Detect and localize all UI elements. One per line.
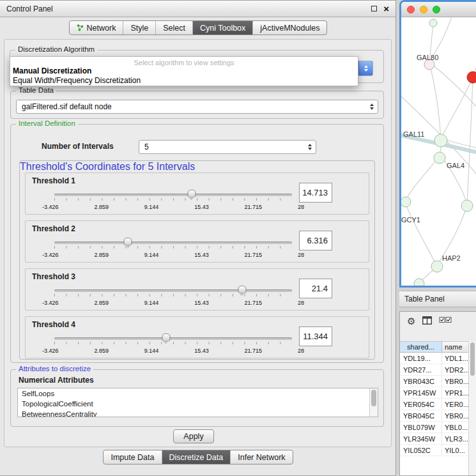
attributes-scrollbar[interactable] xyxy=(369,388,378,417)
combo-value: 5 xyxy=(144,142,149,151)
cell-shared-name[interactable]: YBL079W xyxy=(400,422,442,433)
threshold-label: Threshold 4 xyxy=(32,320,75,329)
threshold-slider[interactable] xyxy=(54,237,292,251)
network-node[interactable] xyxy=(461,200,473,211)
traffic-light-minimize-icon[interactable] xyxy=(420,6,427,13)
scale-tick-label: 9.144 xyxy=(144,300,159,306)
scrollbar-thumb[interactable] xyxy=(470,342,475,376)
tab-style[interactable]: Style xyxy=(123,21,155,35)
attributes-list[interactable]: SelfLoops TopologicalCoefficient Between… xyxy=(17,388,378,417)
table-row[interactable]: YBL079WYBL0... xyxy=(400,422,468,433)
table-row[interactable]: YIL052CYIL0... xyxy=(400,445,468,456)
tab-select[interactable]: Select xyxy=(155,21,192,35)
cell-name[interactable]: YER0... xyxy=(442,399,468,410)
cell-name[interactable]: YBR0... xyxy=(442,410,468,421)
cell-shared-name[interactable]: YIL052C xyxy=(400,445,442,456)
tab-cyni-toolbox[interactable]: Cyni Toolbox xyxy=(192,21,252,35)
threshold-slider[interactable] xyxy=(54,285,292,299)
cell-shared-name[interactable]: YDL19... xyxy=(400,353,442,364)
cell-name[interactable]: YDR2... xyxy=(442,364,468,375)
cell-shared-name[interactable]: YBR043C xyxy=(400,376,442,387)
table-row[interactable]: YER054CYER0... xyxy=(400,399,468,410)
network-canvas[interactable]: GAL80 GAL11 GAL4 GCY1 HAP2 xyxy=(401,17,476,286)
network-node[interactable] xyxy=(429,19,437,27)
table-row[interactable]: YLR345WYLR3... xyxy=(400,433,468,445)
scale-tick-label: 9.144 xyxy=(144,204,159,210)
slider-ticks xyxy=(54,198,292,201)
list-item[interactable]: TopologicalCoefficient xyxy=(18,399,378,409)
table-body: YDL19...YDL1... YDR27...YDR2... YBR043CY… xyxy=(400,353,468,475)
cell-shared-name[interactable]: YDR27... xyxy=(400,364,442,375)
list-item[interactable]: SelfLoops xyxy=(18,388,378,399)
network-node[interactable] xyxy=(401,197,411,207)
scrollbar-thumb[interactable] xyxy=(371,390,376,406)
dropdown-option-manual[interactable]: Manual Discretization xyxy=(10,66,358,76)
network-node[interactable] xyxy=(431,261,443,272)
tab-jactivemnodules[interactable]: jActiveMNodules xyxy=(252,21,326,35)
slider-scale: -3.4262.8599.14415.4321.71528 xyxy=(42,252,304,258)
slider-handle[interactable] xyxy=(187,190,196,197)
combo-stepper-icon[interactable] xyxy=(358,61,373,76)
cell-name[interactable]: YLR3... xyxy=(442,433,468,444)
select-columns-checkboxes-icon[interactable] xyxy=(439,316,452,324)
table-row[interactable]: YBR045CYBR0... xyxy=(400,410,468,422)
table-data-combo[interactable]: galFiltered.sif default node xyxy=(16,100,378,114)
network-node-selected[interactable] xyxy=(467,72,476,83)
threshold-value-field[interactable]: 11.344 xyxy=(299,326,332,346)
network-window-titlebar[interactable] xyxy=(401,2,476,17)
float-window-icon[interactable] xyxy=(371,6,377,12)
cell-shared-name[interactable]: YER054C xyxy=(400,399,442,410)
tab-infer-network[interactable]: Infer Network xyxy=(230,450,292,464)
network-node-label: GAL11 xyxy=(403,130,424,138)
threshold-slider[interactable] xyxy=(54,189,292,203)
threshold-value-field[interactable]: 14.713 xyxy=(299,183,332,203)
cell-shared-name[interactable]: YBR045C xyxy=(400,410,442,421)
cell-shared-name[interactable]: YPR145W xyxy=(400,387,442,398)
network-edge[interactable] xyxy=(429,62,441,139)
threshold-value-field[interactable]: 21.4 xyxy=(299,279,332,298)
dropdown-option-equal-width[interactable]: Equal Width/Frequency Discretization xyxy=(10,76,358,86)
table-row[interactable]: YBR043CYBR0... xyxy=(400,376,468,387)
scale-tick-label: -3.426 xyxy=(42,300,59,306)
cell-name[interactable]: YBR0... xyxy=(442,376,468,387)
table-row[interactable]: YDR27...YDR2... xyxy=(400,364,468,376)
close-icon[interactable]: × xyxy=(383,4,389,13)
slider-handle[interactable] xyxy=(162,334,170,341)
network-node[interactable] xyxy=(434,134,447,147)
network-edge[interactable] xyxy=(442,77,473,136)
scale-tick-label: 2.859 xyxy=(94,348,109,354)
apply-button[interactable]: Apply xyxy=(173,429,214,443)
network-edge[interactable] xyxy=(406,155,440,200)
table-row[interactable]: YDL19...YDL1... xyxy=(400,353,468,364)
cell-name[interactable]: YIL0... xyxy=(442,445,468,456)
cell-name[interactable]: YBL0... xyxy=(442,422,468,433)
slider-handle[interactable] xyxy=(124,238,132,245)
table-row[interactable]: YPR145WYPR1... xyxy=(400,387,468,399)
tab-network[interactable]: Network xyxy=(70,21,123,35)
network-node[interactable] xyxy=(434,152,445,164)
cell-name[interactable]: YPR1... xyxy=(442,387,468,398)
network-edge[interactable] xyxy=(467,77,473,204)
threshold-slider[interactable] xyxy=(54,333,292,347)
list-item[interactable]: BetweennessCentrality xyxy=(18,409,378,417)
threshold-value-field[interactable]: 6.316 xyxy=(299,231,332,250)
table-columns-icon[interactable] xyxy=(422,316,432,325)
traffic-light-zoom-icon[interactable] xyxy=(433,6,440,13)
tab-discretize-data[interactable]: Discretize Data xyxy=(162,450,231,464)
gear-icon[interactable]: ⚙ xyxy=(407,316,415,326)
combo-arrows-icon xyxy=(370,104,374,110)
threshold-panel: Threshold 2 -3.4262.8599.14415.4321.7152… xyxy=(25,220,369,263)
cell-shared-name[interactable]: YLR345W xyxy=(400,433,442,444)
group-title: Threshold's Coordinates for 5 Intervals xyxy=(20,161,195,172)
slider-handle[interactable] xyxy=(238,286,246,293)
traffic-light-close-icon[interactable] xyxy=(407,6,415,13)
num-intervals-combo[interactable]: 5 xyxy=(139,140,316,154)
network-node[interactable] xyxy=(414,279,424,288)
tab-impute-data[interactable]: Impute Data xyxy=(104,450,161,464)
network-edge[interactable] xyxy=(406,204,436,264)
column-header-shared-name[interactable]: shared... xyxy=(400,342,442,352)
cell-name[interactable]: YDL1... xyxy=(442,353,468,364)
slider-track xyxy=(54,194,292,196)
table-scrollbar[interactable] xyxy=(468,341,476,475)
column-header-name[interactable]: name xyxy=(442,342,468,352)
